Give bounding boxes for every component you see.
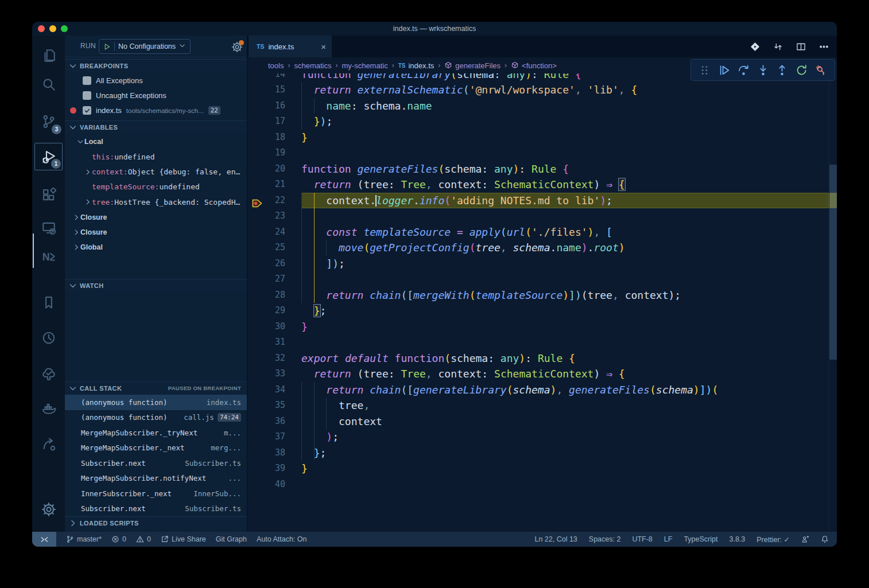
line-number[interactable]: 14 — [262, 73, 285, 82]
close-tab-icon[interactable]: × — [321, 42, 326, 52]
split-editor-icon[interactable] — [796, 42, 806, 52]
line-number[interactable]: 36 — [262, 414, 285, 430]
code-line[interactable]: 33 return (tree: Tree, context: Schemati… — [247, 366, 829, 382]
variable-row[interactable]: this: undefined — [65, 149, 247, 164]
more-actions-icon[interactable] — [819, 42, 829, 52]
variable-row[interactable]: Global — [65, 240, 247, 255]
variable-row[interactable]: tree: HostTree {_backend: ScopedH… — [65, 194, 247, 209]
activity-test-explorer-icon[interactable] — [34, 360, 63, 388]
breadcrumb-item[interactable]: my-schematic — [342, 61, 388, 70]
code-line[interactable]: 40 — [247, 477, 829, 493]
code-line[interactable]: 22 context.logger.info('adding NOTES.md … — [247, 193, 829, 209]
activity-docker-icon[interactable] — [34, 395, 63, 423]
code-line[interactable]: 37 ); — [247, 429, 829, 445]
disconnect-button[interactable] — [815, 64, 827, 76]
restart-button[interactable] — [796, 64, 808, 76]
line-number[interactable]: 18 — [262, 130, 285, 146]
activity-remote-explorer-icon[interactable] — [34, 214, 63, 242]
line-number[interactable]: 31 — [262, 334, 285, 351]
line-number[interactable]: 22 — [262, 193, 285, 209]
code-line[interactable]: 15 return externalSchematic('@nrwl/works… — [247, 82, 829, 98]
code-line[interactable]: 38 }; — [247, 445, 829, 461]
activity-bookmarks-icon[interactable] — [34, 289, 63, 316]
watch-section-header[interactable]: WATCH — [65, 279, 247, 291]
status-item-utf-8[interactable]: UTF-8 — [632, 535, 652, 543]
breadcrumb-item[interactable]: <function> — [511, 61, 557, 70]
breakpoint-row[interactable]: All Exceptions — [65, 73, 247, 88]
settings-gear-icon[interactable] — [34, 496, 63, 523]
code-line[interactable]: 30} — [247, 319, 829, 335]
remote-indicator[interactable] — [32, 532, 56, 547]
continue-button[interactable] — [718, 64, 730, 76]
line-number[interactable]: 40 — [262, 477, 285, 493]
loaded-scripts-section-header[interactable]: LOADED SCRIPTS — [65, 516, 247, 529]
activity-run-debug-icon[interactable]: 1 — [34, 143, 63, 170]
status-item-git-graph[interactable]: Git Graph — [216, 535, 247, 543]
code-line[interactable]: 36 context — [247, 414, 829, 430]
code-line[interactable]: 29 }; — [247, 303, 829, 319]
code-line[interactable]: 26 ]); — [247, 256, 829, 272]
line-number[interactable]: 32 — [262, 351, 285, 367]
activity-nx-console-icon[interactable]: N — [34, 243, 63, 270]
checkbox-unchecked[interactable] — [83, 76, 91, 85]
breakpoints-section-header[interactable]: BREAKPOINTS — [65, 59, 247, 72]
code-line[interactable]: 17 }); — [247, 114, 829, 130]
activity-files-icon[interactable] — [34, 42, 63, 69]
status-item-prettier-[interactable]: Prettier: ✓ — [757, 535, 790, 544]
code-line[interactable]: 28 return chain([mergeWith(templateSourc… — [247, 287, 829, 303]
code-line[interactable]: 16 name: schema.name — [247, 98, 829, 114]
debug-configuration-picker[interactable]: No Configurations — [99, 39, 191, 54]
callstack-frame[interactable]: (anonymous function)index.ts — [65, 395, 247, 410]
code-editor[interactable]: 14function generateLibrary(schema: any):… — [247, 73, 837, 532]
line-number[interactable]: 34 — [262, 382, 285, 398]
code-line[interactable]: 19 — [247, 145, 829, 161]
variable-row[interactable]: context: Object {debug: false, en… — [65, 165, 247, 180]
activity-history-icon[interactable] — [34, 324, 63, 352]
status-item-typescript[interactable]: TypeScript — [684, 535, 717, 543]
line-number[interactable]: 30 — [262, 319, 285, 335]
open-changes-icon[interactable] — [750, 42, 760, 52]
activity-search-icon[interactable] — [34, 71, 63, 98]
callstack-frame[interactable]: InnerSubscriber._nextInnerSub... — [65, 486, 247, 501]
status-item-auto-attach-on[interactable]: Auto Attach: On — [257, 535, 307, 543]
callstack-frame[interactable]: MergeMapSubscriber._tryNextm... — [65, 425, 247, 441]
variable-row[interactable]: Closure — [65, 225, 247, 240]
line-number[interactable]: 25 — [262, 240, 285, 256]
tab-index-ts[interactable]: TS index.ts × — [249, 36, 332, 57]
line-number[interactable]: 28 — [262, 287, 285, 303]
code-line[interactable]: 31 — [247, 334, 829, 351]
code-line[interactable]: 39} — [247, 461, 829, 477]
callstack-frame[interactable]: (anonymous function)call.js74:24 — [65, 410, 247, 426]
feedback-icon[interactable] — [801, 535, 809, 543]
step-out-button[interactable] — [776, 64, 788, 76]
activity-source-control-icon[interactable]: 3 — [34, 108, 63, 135]
breadcrumb-item[interactable]: tools — [268, 61, 284, 70]
breadcrumb-item[interactable]: schematics — [294, 61, 331, 70]
compare-changes-icon[interactable] — [773, 42, 783, 52]
callstack-frame[interactable]: MergeMapSubscriber._nextmerg... — [65, 441, 247, 456]
line-number[interactable]: 20 — [262, 161, 285, 177]
variables-section-header[interactable]: VARIABLES — [65, 120, 247, 133]
status-item-0[interactable]: 0 — [136, 535, 151, 543]
checkbox-unchecked[interactable] — [83, 91, 91, 100]
code-line[interactable]: 27 — [247, 271, 829, 287]
line-number[interactable]: 37 — [262, 429, 285, 445]
activity-live-share-icon[interactable] — [34, 431, 63, 458]
step-over-button[interactable] — [738, 64, 750, 76]
status-item-0[interactable]: 0 — [111, 535, 126, 543]
code-line[interactable]: 21 return (tree: Tree, context: Schemati… — [247, 177, 829, 193]
variable-row[interactable]: Local — [65, 134, 247, 149]
activity-extensions-icon[interactable] — [34, 181, 63, 209]
step-into-button[interactable] — [757, 64, 769, 76]
status-item-master-[interactable]: master* — [66, 535, 102, 543]
code-line[interactable]: 18} — [247, 130, 829, 146]
status-item-live-share[interactable]: Live Share — [161, 535, 206, 543]
editor-scrollbar[interactable] — [829, 73, 837, 532]
callstack-frame[interactable]: MergeMapSubscriber.notifyNext... — [65, 471, 247, 486]
line-number[interactable]: 33 — [262, 366, 285, 382]
code-line[interactable]: 32export default function(schema: any): … — [247, 351, 829, 367]
line-number[interactable]: 27 — [262, 271, 285, 287]
call-stack-section-header[interactable]: CALL STACK PAUSED ON BREAKPOINT — [65, 381, 247, 394]
code-line[interactable]: 35 tree, — [247, 398, 829, 414]
code-line[interactable]: 20function generateFiles(schema: any): R… — [247, 161, 829, 177]
